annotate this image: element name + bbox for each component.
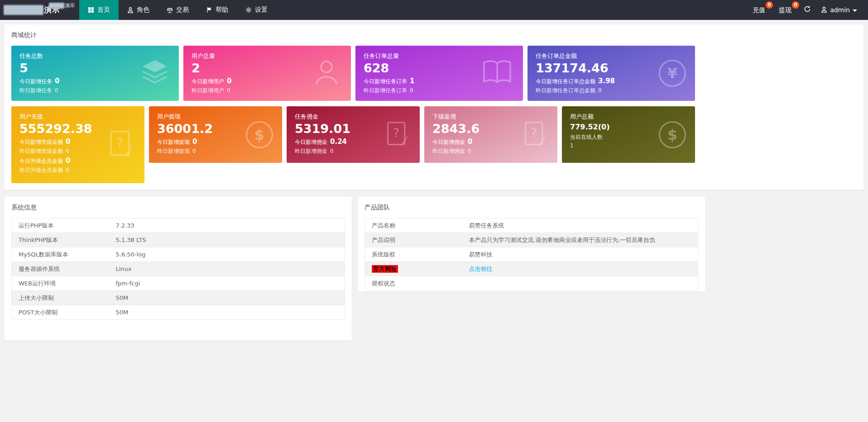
grid-icon	[88, 7, 94, 13]
menu-item-label: 帮助	[216, 6, 228, 14]
table-row: 服务器操作系统 Linux	[12, 262, 345, 276]
svg-text:?: ?	[531, 126, 537, 140]
svg-text:?: ?	[393, 126, 399, 140]
recharge-link[interactable]: 充值 0	[746, 0, 772, 20]
stats-row-1: 任务总数 5 今日新增任务 0 昨日新增任务 0 用户	[11, 46, 857, 101]
menu-item-help[interactable]: 帮助	[197, 0, 237, 20]
menu-item-label: 交易	[176, 6, 189, 14]
table-row: POST大小限制 50M	[12, 305, 345, 320]
table-row: MySQL数据库版本 5.6.50-log	[12, 247, 345, 262]
doc-question-icon: ?	[108, 129, 135, 160]
menu-item-settings[interactable]: 设置	[237, 0, 276, 20]
stat-title: 用户充值	[19, 113, 136, 121]
product-team-title: 产品团队	[364, 204, 698, 212]
dollar-coin-icon: $	[246, 121, 273, 148]
stat-card-task-total: 任务总数 5 今日新增任务 0 昨日新增任务 0	[11, 46, 179, 101]
yen-coin-icon: ¥	[659, 60, 686, 87]
stat-title: 用户总额	[570, 113, 687, 121]
stat-card-user-total: 用户总量 2 今日新增用户 0 昨日新增用户 0	[183, 46, 351, 101]
user-icon	[821, 6, 827, 14]
flag-icon	[206, 7, 212, 13]
stat-line: 昨日新增提现 0	[157, 147, 274, 155]
system-info-title: 系统信息	[11, 204, 345, 212]
recharge-label: 充值	[753, 6, 765, 14]
stat-title: 任务佣金	[295, 113, 412, 121]
menu-item-roles[interactable]: 角色	[119, 0, 158, 20]
stat-title: 用户提现	[157, 113, 274, 121]
stat-card-user-balance: 用户总额 779.52(0) 当前在线人数 1 $	[562, 106, 695, 163]
product-team-panel: 产品团队 产品名称 易赞任务系统 产品说明 本产品只为学习测试交流,请勿要做商业…	[358, 197, 705, 292]
menu-item-label: 设置	[255, 6, 268, 14]
menu-item-transactions[interactable]: 交易	[158, 0, 197, 20]
logo: 演示 演示	[0, 0, 79, 20]
user-menu[interactable]: admin	[816, 0, 862, 20]
bottom-section: 系统信息 运行PHP版本 7.2.33 ThinkPHP版本 5.1.38 LT…	[5, 197, 863, 341]
system-info-panel: 系统信息 运行PHP版本 7.2.33 ThinkPHP版本 5.1.38 LT…	[5, 197, 352, 341]
stat-title: 任务订单总金额	[536, 52, 687, 60]
logo-superscript: 演示	[49, 2, 75, 9]
doc-edit-icon: ?	[385, 120, 411, 149]
navbar-right: 充值 0 提现 0 admin	[746, 0, 868, 20]
withdraw-link[interactable]: 提现 0	[772, 0, 798, 20]
logo-text-secondary: 演示	[65, 2, 75, 9]
table-row: 运行PHP版本 7.2.33	[12, 218, 345, 233]
person-icon	[127, 7, 134, 13]
official-site-label: 官方网址	[372, 265, 398, 273]
stat-line: 昨日新增任务订单总金额 0	[536, 87, 687, 95]
book-icon	[480, 59, 514, 88]
stat-card-user-recharge: 用户充值 555292.38 今日新增充值金额 0 昨日新增充值金额 0 今日升…	[11, 106, 144, 183]
doc-edit-icon: ?	[523, 120, 548, 149]
gear-icon	[245, 7, 252, 13]
table-row: 产品说明 本产品只为学习测试交流,请勿要做商业或者用于违法行为,一切后果自负	[365, 233, 698, 247]
redacted-logo-block	[4, 5, 43, 15]
table-row: 系统版权 易赞科技	[365, 247, 698, 262]
menu-item-home[interactable]: 首页	[79, 0, 119, 20]
stat-line: 昨日升级会员金额 0	[19, 166, 136, 174]
stat-title: 下级返佣	[432, 113, 549, 121]
stat-card-task-commission: 任务佣金 5319.01 今日新增佣金 0.24 昨日新增佣金 0 ?	[287, 106, 420, 163]
table-row: WEB运行环境 fpm-fcgi	[12, 276, 345, 291]
stats-row-2: 用户充值 555292.38 今日新增充值金额 0 昨日新增充值金额 0 今日升…	[11, 106, 857, 183]
withdraw-label: 提现	[779, 6, 791, 14]
menu-item-label: 角色	[137, 6, 149, 14]
chevron-down-icon	[853, 6, 857, 14]
stat-card-user-withdraw: 用户提现 36001.2 今日新增提现 0 昨日新增提现 0 $	[149, 106, 282, 163]
stats-section-title: 商城统计	[11, 31, 857, 39]
dollar-coin-icon: $	[659, 121, 686, 148]
refresh-button[interactable]	[798, 0, 816, 20]
stats-panel: 商城统计 任务总数 5 今日新增任务 0 昨日新增任务 0	[5, 24, 863, 190]
product-team-table: 产品名称 易赞任务系统 产品说明 本产品只为学习测试交流,请勿要做商业或者用于违…	[364, 218, 698, 291]
stat-card-sub-commission: 下级返佣 2843.6 今日新增佣金 0 昨日新增佣金 0 ?	[424, 106, 557, 163]
menu-item-label: 首页	[97, 6, 110, 14]
username: admin	[830, 6, 850, 14]
main-menu: 首页 角色 交易 帮助 设置	[79, 0, 276, 20]
refresh-icon	[804, 5, 811, 14]
table-row: 产品名称 易赞任务系统	[365, 218, 698, 233]
table-row: ThinkPHP版本 5.1.38 LTS	[12, 233, 345, 247]
table-row: 上传大小限制 50M	[12, 291, 345, 305]
layers-icon	[140, 57, 170, 89]
svg-text:?: ?	[117, 136, 124, 151]
scale-icon	[167, 7, 173, 13]
redacted-logo-block-small	[49, 3, 64, 9]
main-content: 商城统计 任务总数 5 今日新增任务 0 昨日新增任务 0	[0, 20, 868, 345]
table-row: 授权状态	[365, 276, 698, 291]
navbar: 演示 演示 首页 角色 交易 帮助	[0, 0, 868, 20]
table-row: 官方网址 点击前往	[365, 262, 698, 276]
stat-card-order-total: 任务订单总量 628 今日新增任务订单 1 昨日新增任务订单 0	[355, 46, 523, 101]
system-info-table: 运行PHP版本 7.2.33 ThinkPHP版本 5.1.38 LTS MyS…	[11, 218, 345, 320]
official-site-link[interactable]: 点击前往	[469, 266, 493, 272]
withdraw-badge: 0	[792, 1, 799, 9]
person-outline-icon	[311, 57, 342, 90]
stat-card-order-amount: 任务订单总金额 137174.46 今日新增任务订单总金额 3.98 昨日新增任…	[528, 46, 695, 101]
stat-line: 昨日新增任务订单 0	[364, 87, 515, 95]
